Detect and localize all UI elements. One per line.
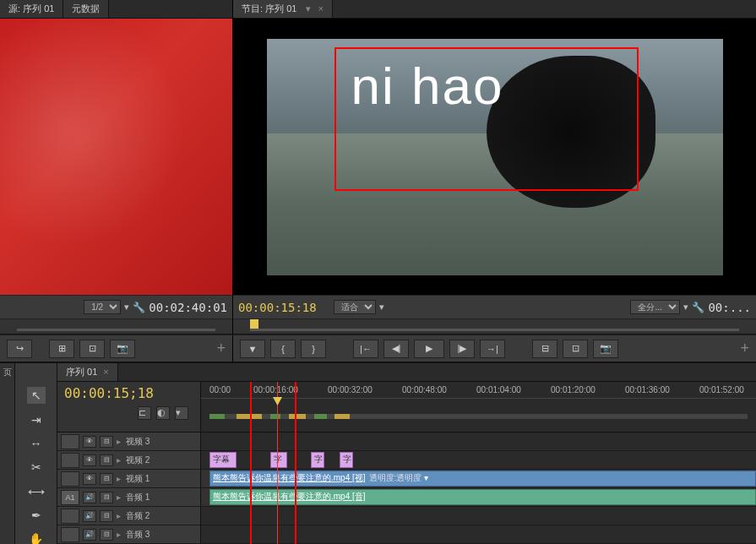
timeline-tracks: 👁 ⊟ ▸ 视频 3 👁 ⊟ ▸ 视频 2 字幕 字	[57, 432, 756, 544]
subtitle-clip[interactable]: 字	[340, 452, 353, 468]
speaker-icon[interactable]: 🔊	[83, 529, 96, 541]
mark-in-button[interactable]: {	[270, 340, 296, 358]
program-duration: 00:...	[708, 301, 751, 314]
program-timecode[interactable]: 00:00:15:18	[238, 301, 317, 314]
step-forward-button[interactable]: |▶	[449, 340, 475, 358]
export-frame-button[interactable]: 📷	[110, 340, 135, 358]
mark-out-button[interactable]: }	[301, 340, 326, 358]
track-patch[interactable]	[61, 434, 79, 449]
expand-icon[interactable]: ▸	[117, 511, 121, 520]
source-mini-timeline[interactable]	[0, 318, 232, 334]
speaker-icon[interactable]: 🔊	[83, 492, 96, 503]
title-overlay-text: ni hao	[351, 56, 504, 116]
program-viewer[interactable]: ni hao	[233, 19, 756, 295]
sequence-tab[interactable]: 序列 01 ×	[57, 363, 118, 381]
expand-icon[interactable]: ▸	[117, 530, 121, 539]
lock-icon[interactable]: ⊟	[100, 510, 113, 522]
source-controls-bar: 1/2 ▾ 🔧 00:02:40:01	[0, 295, 232, 318]
track-label: 视频 2	[126, 454, 150, 466]
overwrite-button[interactable]: ⊡	[79, 340, 105, 358]
track-v1: 👁 ⊟ ▸ 视频 1 熊本熊告诉你温泉有些要注意的.mp4 [视]透明度:透明度…	[57, 470, 756, 488]
extract-button[interactable]: ⊡	[563, 340, 588, 358]
lift-button[interactable]: ⊟	[532, 340, 557, 358]
program-quality-select[interactable]: 全分...	[630, 300, 680, 314]
track-select-tool[interactable]: ⇥	[27, 411, 46, 427]
track-v3: 👁 ⊟ ▸ 视频 3	[57, 432, 756, 451]
playhead[interactable]	[277, 382, 278, 544]
slip-tool[interactable]: ⟷	[27, 483, 46, 500]
source-tab[interactable]: 源: 序列 01	[0, 0, 63, 18]
source-zoom-select[interactable]: 1/2	[84, 300, 121, 314]
wrench-icon[interactable]: 🔧	[133, 302, 145, 313]
insert-button[interactable]: ⊞	[49, 340, 74, 358]
go-to-out-button[interactable]: →|	[480, 340, 505, 358]
wrench-icon[interactable]: 🔧	[692, 302, 704, 313]
plus-icon[interactable]: +	[740, 340, 749, 357]
lock-icon[interactable]: ⊟	[100, 492, 113, 503]
ruler-tick: 00:01:36:00	[625, 385, 670, 394]
program-tab-bar: 节目: 序列 01 ▾×	[233, 0, 756, 19]
source-viewer[interactable]	[0, 19, 232, 295]
ruler-tick: 00:00:16:00	[253, 385, 298, 394]
marker-toggle[interactable]: ▾	[175, 406, 188, 420]
expand-icon[interactable]: ▸	[117, 474, 121, 483]
track-patch-a1[interactable]: A1	[61, 490, 79, 505]
close-icon[interactable]: ×	[318, 3, 323, 14]
track-label: 音频 3	[126, 529, 150, 541]
timeline-tools: ↖ ⇥ ↔ ✂ ⟷ ✒ ✋ 🔍	[15, 363, 57, 544]
program-fit-select[interactable]: 适合	[334, 300, 376, 314]
timeline-ruler[interactable]: 00:00 00:00:16:00 00:00:32:00 00:00:48:0…	[201, 382, 756, 432]
play-button[interactable]: ▶	[414, 340, 444, 358]
ruler-tick: 00:00	[209, 385, 231, 394]
track-patch[interactable]	[61, 471, 79, 487]
subtitle-clip[interactable]: 字	[311, 452, 324, 468]
video-clip[interactable]: 熊本熊告诉你温泉有些要注意的.mp4 [视]透明度:透明度 ▾	[209, 471, 756, 487]
lock-icon[interactable]: ⊟	[100, 473, 113, 485]
metadata-tab[interactable]: 元数据	[63, 0, 109, 18]
export-frame-button[interactable]: 📷	[593, 340, 618, 358]
source-transport: ↪ ⊞ ⊡ 📷 +	[0, 335, 233, 362]
hand-tool[interactable]: ✋	[27, 530, 46, 544]
lock-icon[interactable]: ⊟	[100, 454, 113, 466]
expand-icon[interactable]: ▸	[117, 492, 121, 502]
source-video-frame	[0, 19, 232, 295]
lock-icon[interactable]: ⊟	[100, 529, 113, 541]
step-back-button[interactable]: ◀|	[383, 340, 409, 358]
eye-icon[interactable]: 👁	[83, 454, 96, 466]
add-marker-button[interactable]: ▼	[240, 340, 265, 358]
timeline-timecode[interactable]: 00:00:15;18	[64, 385, 193, 401]
pen-tool[interactable]: ✒	[27, 507, 46, 524]
eye-icon[interactable]: 👁	[83, 473, 96, 485]
track-patch[interactable]	[61, 527, 79, 542]
razor-tool[interactable]: ✂	[27, 459, 46, 476]
program-controls-bar: 00:00:15:18 适合 ▾ 全分... ▾ 🔧 00:...	[233, 295, 756, 318]
ruler-tick: 00:00:32:00	[328, 385, 373, 394]
track-label: 音频 2	[126, 510, 150, 522]
expand-icon[interactable]: ▸	[117, 455, 121, 465]
expand-icon[interactable]: ▸	[117, 437, 121, 446]
audio-clip[interactable]: 熊本熊告诉你温泉有些要注意的.mp4 [音]	[209, 489, 756, 505]
panel-menu-icon[interactable]: ▾	[302, 3, 314, 14]
ripple-edit-tool[interactable]: ↔	[27, 435, 46, 452]
selection-tool[interactable]: ↖	[27, 387, 46, 404]
program-tab[interactable]: 节目: 序列 01 ▾×	[233, 0, 333, 18]
plus-icon[interactable]: +	[216, 340, 226, 357]
subtitle-clip[interactable]: 字	[270, 452, 287, 468]
source-timecode[interactable]: 00:02:40:01	[149, 301, 227, 314]
eye-icon[interactable]: 👁	[83, 436, 96, 448]
go-to-in-button[interactable]: |←	[353, 340, 378, 358]
ruler-tick: 00:01:04:00	[476, 385, 521, 394]
lock-icon[interactable]: ⊟	[100, 436, 113, 448]
close-icon[interactable]: ×	[101, 367, 108, 377]
side-panel-tab[interactable]: 页	[0, 363, 15, 544]
linked-selection-toggle[interactable]: ◐	[156, 406, 170, 420]
subtitle-clip[interactable]: 字幕	[209, 452, 237, 468]
track-patch[interactable]	[61, 509, 79, 524]
program-monitor-panel: 节目: 序列 01 ▾× ni hao 00:00:15:18 适合 ▾ 全分.…	[233, 0, 756, 334]
program-mini-timeline[interactable]	[233, 318, 756, 334]
snap-toggle[interactable]: ⊏	[138, 406, 151, 420]
track-patch[interactable]	[61, 453, 79, 468]
ruler-tick: 00:01:52:00	[699, 385, 744, 394]
speaker-icon[interactable]: 🔊	[83, 510, 96, 522]
mark-in-button[interactable]: ↪	[7, 340, 32, 358]
